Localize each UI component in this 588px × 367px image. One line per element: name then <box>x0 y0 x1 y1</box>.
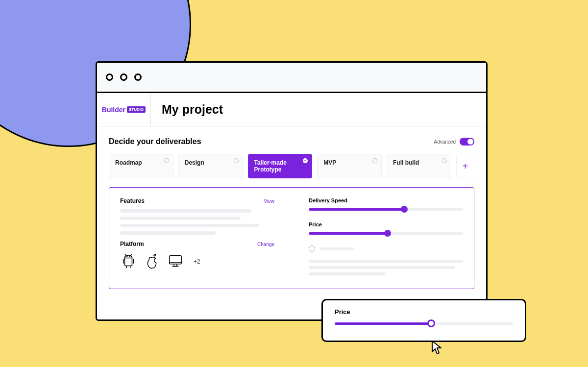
card-label: Tailer-made Prototype <box>254 159 287 173</box>
section-header: Decide your deliverables Advanced <box>109 137 474 146</box>
plus-icon: + <box>463 161 468 172</box>
window-control-icon[interactable] <box>134 73 142 81</box>
logo: Builder STUDIO <box>97 93 151 126</box>
card-full-build[interactable]: Full build <box>387 154 451 178</box>
window-control-icon[interactable] <box>106 73 113 81</box>
card-label: Roadmap <box>115 159 142 166</box>
placeholder-line <box>120 231 216 235</box>
config-panel: Features View Platform Change <box>109 187 474 289</box>
panel-right-column: Delivery Speed Price <box>309 197 463 279</box>
card-label: MVP <box>323 159 336 166</box>
card-design[interactable]: Design <box>178 154 243 178</box>
radio-icon <box>372 158 377 163</box>
svg-point-1 <box>129 256 130 256</box>
more-platforms-badge[interactable]: +2 <box>191 258 200 265</box>
placeholder-line <box>120 209 251 213</box>
placeholder-line <box>309 260 463 263</box>
price-label: Price <box>309 221 463 227</box>
card-label: Full build <box>393 159 419 166</box>
slider-thumb[interactable] <box>384 230 391 237</box>
placeholder-line <box>320 247 354 250</box>
app-header: Builder STUDIO My project <box>97 93 486 126</box>
radio-icon <box>442 158 447 163</box>
slider-thumb[interactable] <box>427 319 435 327</box>
delivery-speed-slider[interactable] <box>309 208 463 211</box>
android-icon[interactable] <box>120 252 137 271</box>
slider-fill <box>309 232 388 235</box>
platform-label: Platform <box>120 241 144 247</box>
check-icon <box>303 158 308 163</box>
panel-left-column: Features View Platform Change <box>120 197 274 279</box>
svg-point-0 <box>127 256 127 256</box>
placeholder-line <box>120 217 241 220</box>
placeholder-line <box>309 272 386 275</box>
slider-thumb[interactable] <box>401 206 408 213</box>
window-titlebar <box>97 63 486 93</box>
card-label: Design <box>185 159 204 166</box>
platform-change-link[interactable]: Change <box>257 242 274 247</box>
main-content: Decide your deliverables Advanced Roadma… <box>97 126 486 300</box>
apple-icon[interactable] <box>144 252 160 271</box>
popout-price-slider[interactable] <box>335 322 513 325</box>
radio-icon <box>309 245 315 252</box>
price-slider[interactable] <box>309 232 463 235</box>
window-control-icon[interactable] <box>120 73 127 81</box>
placeholder-line <box>120 224 259 227</box>
desktop-icon[interactable] <box>167 252 184 271</box>
radio-icon <box>234 158 239 163</box>
card-tailor-made-prototype[interactable]: Tailer-made Prototype <box>248 154 313 178</box>
slider-fill <box>309 208 404 211</box>
advanced-toggle-group: Advanced <box>434 138 474 146</box>
placeholder-line <box>309 266 455 269</box>
advanced-toggle[interactable] <box>460 138 474 146</box>
radio-icon <box>164 158 169 163</box>
slider-fill <box>335 322 431 325</box>
section-title: Decide your deliverables <box>109 137 201 146</box>
features-label: Features <box>120 197 145 204</box>
price-popout: Price <box>321 299 526 342</box>
cursor-icon <box>430 340 443 358</box>
option-row[interactable] <box>309 245 463 252</box>
features-view-link[interactable]: View <box>264 198 275 204</box>
deliverable-cards: Roadmap Design Tailer-made Prototype MVP… <box>109 154 474 178</box>
delivery-speed-label: Delivery Speed <box>309 197 463 203</box>
logo-text: Builder <box>102 106 125 114</box>
card-mvp[interactable]: MVP <box>317 154 382 178</box>
logo-tag: STUDIO <box>127 106 146 113</box>
browser-window: Builder STUDIO My project Decide your de… <box>96 61 488 321</box>
card-roadmap[interactable]: Roadmap <box>109 154 173 178</box>
advanced-label: Advanced <box>434 139 456 145</box>
popout-price-label: Price <box>335 308 513 316</box>
add-card-button[interactable]: + <box>456 154 474 178</box>
page-title: My project <box>151 93 234 126</box>
platform-icons: +2 <box>120 252 274 271</box>
